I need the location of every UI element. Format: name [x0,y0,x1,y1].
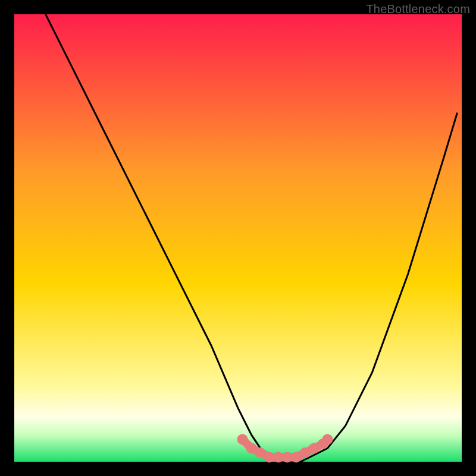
valley-dot [237,434,248,444]
valley-dot [322,434,333,444]
bottleneck-chart [0,0,476,476]
plot-background [14,14,462,462]
figure-container: TheBottleneck.com [0,0,476,476]
attribution-text: TheBottleneck.com [366,2,470,16]
